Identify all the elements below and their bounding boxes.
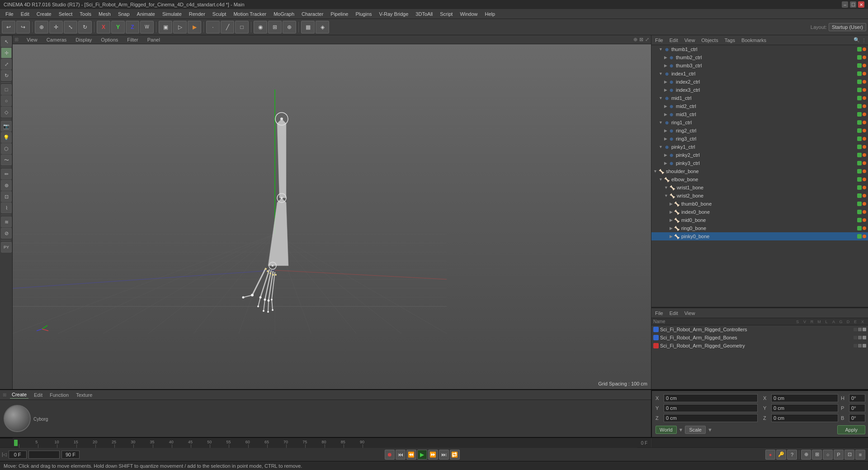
menu-tools[interactable]: Tools — [76, 10, 95, 18]
menu-script[interactable]: Script — [436, 10, 456, 18]
menu-animate[interactable]: Animate — [133, 10, 159, 18]
tool-hair[interactable]: ≋ — [1, 216, 12, 227]
om-arrow-wrist1_bone[interactable]: ▼ — [664, 185, 668, 190]
menu-simulate[interactable]: Simulate — [159, 10, 185, 18]
om-arrow-ring1_ctrl[interactable]: ▼ — [659, 120, 663, 125]
pb-btn5[interactable]: ⊡ — [844, 450, 854, 460]
om-item-pinky3_ctrl[interactable]: ▶⊕pinky3_ctrl — [651, 159, 868, 167]
coord-x-input[interactable] — [664, 394, 758, 402]
scale-mode-button[interactable]: Scale — [685, 426, 706, 434]
viewport-tab-cameras[interactable]: Cameras — [44, 36, 70, 43]
tool-mode1[interactable]: □ — [1, 84, 12, 95]
coord-b-input[interactable] — [849, 414, 865, 422]
om-arrow-mid2_ctrl[interactable]: ▶ — [664, 104, 667, 108]
tool-geo[interactable]: ⬡ — [1, 143, 12, 154]
coord-x2-input[interactable] — [771, 394, 838, 402]
viewport-tab-panel[interactable]: Panel — [145, 36, 163, 43]
end-frame-input[interactable] — [61, 451, 80, 459]
minimize-button[interactable]: – — [842, 1, 848, 8]
tool-select[interactable]: ↖ — [1, 36, 12, 47]
om-tab-edit[interactable]: Edit — [668, 37, 680, 44]
coord-y2-input[interactable] — [771, 404, 838, 412]
poly-button[interactable]: □ — [235, 21, 249, 33]
om-item-pinky2_ctrl[interactable]: ▶⊕pinky2_ctrl — [651, 151, 868, 159]
viewport[interactable]: Perspective — [13, 44, 651, 389]
scale-button[interactable]: ⤡ — [64, 21, 77, 33]
om-arrow-pinky3_ctrl[interactable]: ▶ — [664, 161, 667, 165]
undo-button[interactable]: ↩ — [2, 21, 15, 33]
om-arrow-ring0_bone[interactable]: ▶ — [670, 226, 673, 230]
material-button[interactable]: ◈ — [316, 21, 329, 33]
record-button[interactable]: ⏺ — [385, 450, 395, 460]
menu-select[interactable]: Select — [55, 10, 76, 18]
next-frame-button[interactable]: ⏩ — [428, 450, 438, 460]
om-arrow-index3_ctrl[interactable]: ▶ — [664, 88, 667, 92]
menu-window[interactable]: Window — [456, 10, 481, 18]
pb-btn4[interactable]: P — [834, 450, 844, 460]
om-item-thumb3_ctrl[interactable]: ▶⊕thumb3_ctrl — [651, 61, 868, 70]
y-axis-button[interactable]: Y — [111, 21, 125, 33]
go-end-button[interactable]: ⏭ — [439, 450, 449, 460]
viewport-tab-filter[interactable]: Filter — [124, 36, 141, 43]
om-item-index0_bone[interactable]: ▶🦴index0_bone — [651, 208, 868, 216]
menu-plugins[interactable]: Plugins — [352, 10, 375, 18]
om-item-pinky1_ctrl[interactable]: ▼⊕pinky1_ctrl — [651, 143, 868, 151]
snap-button[interactable]: ⊞ — [268, 21, 282, 33]
om-item-shoulder_bone[interactable]: ▼🦴shoulder_bone — [651, 167, 868, 175]
viewport-tab-options[interactable]: Options — [98, 36, 121, 43]
coord-z2-input[interactable] — [771, 414, 838, 422]
menu-v-ray-bridge[interactable]: V-Ray Bridge — [376, 10, 412, 18]
tool-camera[interactable]: 📷 — [1, 121, 12, 132]
attr-tab-edit[interactable]: Edit — [668, 310, 680, 317]
z-axis-button[interactable]: Z — [126, 21, 139, 33]
om-arrow-thumb3_ctrl[interactable]: ▶ — [664, 63, 667, 68]
x-axis-button[interactable]: X — [97, 21, 110, 33]
edges-button[interactable]: ╱ — [221, 21, 234, 33]
play-button[interactable]: ▶ — [417, 450, 427, 460]
question-button[interactable]: ? — [787, 450, 797, 460]
start-frame-input[interactable] — [9, 451, 27, 459]
menu-render[interactable]: Render — [185, 10, 209, 18]
tool-cloth[interactable]: ⊘ — [1, 228, 12, 239]
menu-sculpt[interactable]: Sculpt — [209, 10, 230, 18]
menu-create[interactable]: Create — [33, 10, 55, 18]
loop-button[interactable]: 🔁 — [450, 450, 460, 460]
menu-snap[interactable]: Snap — [114, 10, 133, 18]
om-item-mid1_ctrl[interactable]: ▼⊕mid1_ctrl — [651, 94, 868, 102]
mat-tab-function[interactable]: Function — [48, 391, 71, 399]
render-region-button[interactable]: ▣ — [159, 21, 172, 33]
redo-button[interactable]: ↪ — [16, 21, 30, 33]
om-arrow-wrist2_bone[interactable]: ▼ — [664, 193, 668, 198]
coord-y-input[interactable] — [664, 404, 758, 412]
scrubber-input[interactable] — [28, 451, 60, 459]
mat-tab-create[interactable]: Create — [10, 391, 28, 399]
close-button[interactable]: ✕ — [858, 1, 864, 8]
om-arrow-elbow_bone[interactable]: ▼ — [659, 177, 663, 182]
menu-help[interactable]: Help — [481, 10, 499, 18]
coord-h-input[interactable] — [849, 394, 865, 402]
om-arrow-shoulder_bone[interactable]: ▼ — [653, 169, 657, 174]
om-item-elbow_bone[interactable]: ▼🦴elbow_bone — [651, 175, 868, 183]
menu-mograph[interactable]: MoGraph — [270, 10, 298, 18]
tool-scale[interactable]: ⤢ — [1, 59, 12, 70]
render-view-button[interactable]: ▷ — [173, 21, 187, 33]
om-item-thumb2_ctrl[interactable]: ▶⊕thumb2_ctrl — [651, 53, 868, 61]
om-item-ring3_ctrl[interactable]: ▶⊕ring3_ctrl — [651, 135, 868, 143]
mat-tab-texture[interactable]: Texture — [74, 391, 94, 399]
om-arrow-index2_ctrl[interactable]: ▶ — [664, 80, 667, 84]
tool-joint[interactable]: ⊡ — [1, 191, 12, 202]
pb-btn6[interactable]: ≡ — [855, 450, 865, 460]
display-button[interactable]: ◉ — [254, 21, 267, 33]
om-tab-view[interactable]: View — [683, 37, 697, 44]
tool-deform[interactable]: ⌇ — [1, 202, 12, 213]
tool-python[interactable]: PY — [1, 242, 12, 253]
coord-p-input[interactable] — [849, 404, 865, 412]
om-item-mid2_ctrl[interactable]: ▶⊕mid2_ctrl — [651, 102, 868, 110]
om-item-index1_ctrl[interactable]: ▼⊕index1_ctrl — [651, 70, 868, 78]
tool-mode3[interactable]: ◇ — [1, 107, 12, 118]
tool-paint[interactable]: ✏ — [1, 169, 12, 179]
coord-z-input[interactable] — [664, 414, 758, 422]
attr-tab-view[interactable]: View — [683, 310, 697, 317]
apply-button[interactable]: Apply — [837, 425, 865, 434]
om-item-pinky0_bone[interactable]: ▶🦴pinky0_bone — [651, 232, 868, 240]
